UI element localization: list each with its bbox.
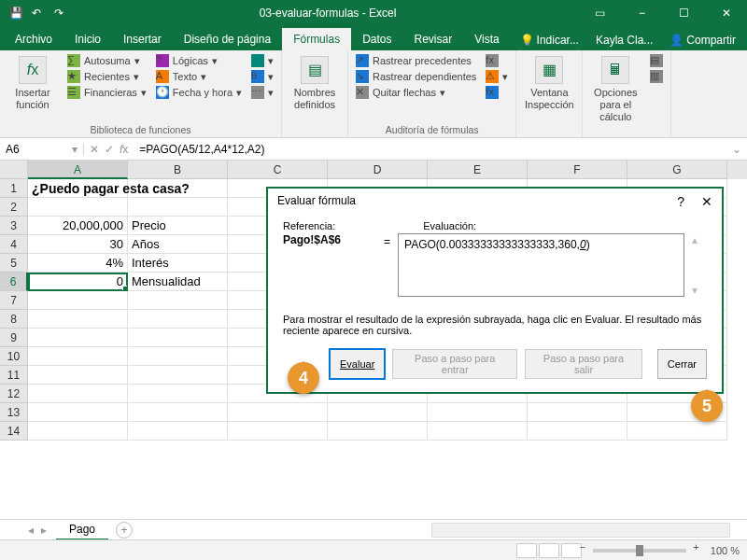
names-defined-button[interactable]: ▤ Nombres definidos [289, 54, 340, 133]
row-header[interactable]: 8 [0, 310, 28, 329]
tab-datos[interactable]: Datos [351, 28, 402, 50]
date-button[interactable]: 🕐Fecha y hora ▾ [156, 86, 242, 99]
formula-input[interactable]: =PAGO(A5/12,A4*12,A2) [134, 143, 726, 156]
eval-scrollbar[interactable]: ▴▾ [692, 233, 707, 297]
tab-formulas[interactable]: Fórmulas [282, 28, 351, 50]
tab-insertar[interactable]: Insertar [112, 28, 173, 50]
step-out-button: Paso a paso para salir [525, 349, 642, 379]
page-break-view-icon[interactable] [561, 543, 582, 558]
save-icon[interactable]: 💾 [9, 7, 22, 20]
cell[interactable]: 4% [28, 254, 128, 273]
more-button[interactable]: ⋯▾ [251, 86, 274, 99]
sheet-tab[interactable]: Pago [56, 520, 108, 540]
row-header[interactable]: 11 [0, 366, 28, 385]
new-sheet-button[interactable]: + [116, 522, 133, 539]
autosum-button[interactable]: ∑Autosuma ▾ [67, 54, 147, 67]
minimize-icon[interactable]: − [621, 0, 663, 26]
maximize-icon[interactable]: ☐ [663, 0, 705, 26]
ribbon-tabs: Archivo Inicio Insertar Diseño de página… [0, 26, 747, 50]
row-header[interactable]: 1 [0, 179, 28, 198]
close-button[interactable]: Cerrar [657, 349, 707, 379]
undo-icon[interactable]: ↶ [32, 7, 45, 20]
col-header-c[interactable]: C [228, 161, 328, 179]
cell-selected[interactable]: 0 [28, 273, 128, 291]
col-header-d[interactable]: D [328, 161, 428, 179]
trace-dependents-button[interactable]: ↘Rastrear dependientes [356, 70, 476, 83]
insert-function-button[interactable]: fx Insertar función [7, 54, 58, 122]
select-all-button[interactable] [0, 161, 28, 179]
group-label-audit: Auditoría de fórmulas [356, 122, 508, 135]
col-header-a[interactable]: A [28, 161, 128, 179]
horizontal-scrollbar[interactable] [431, 523, 730, 538]
row-header[interactable]: 5 [0, 254, 28, 273]
recent-button[interactable]: ★Recientes ▾ [67, 70, 147, 83]
callout-5: 5 [691, 390, 723, 422]
calc-sheet-button[interactable]: ▥ [650, 70, 663, 83]
cell[interactable]: Interés [128, 254, 228, 273]
evaluate-formula-button[interactable]: fx [486, 86, 508, 99]
cancel-formula-icon[interactable]: ✕ [90, 143, 99, 156]
enter-formula-icon[interactable]: ✓ [105, 143, 114, 156]
tab-vista[interactable]: Vista [463, 28, 510, 50]
cell[interactable]: 20,000,000 [28, 217, 128, 235]
dialog-help-icon[interactable]: ? [677, 194, 684, 209]
reference-value: Pago!$A$6 [283, 233, 376, 246]
sheet-prev-icon[interactable]: ◂ [28, 524, 34, 537]
cell[interactable]: Precio [128, 217, 228, 235]
close-icon[interactable]: ✕ [705, 0, 747, 26]
normal-view-icon[interactable] [516, 543, 537, 558]
cell[interactable]: 30 [28, 235, 128, 254]
row-header[interactable]: 7 [0, 291, 28, 310]
formula-bar: A6▾ ✕ ✓ fx =PAGO(A5/12,A4*12,A2) ⌄ [0, 138, 747, 161]
financial-button[interactable]: ☰Financieras ▾ [67, 86, 147, 99]
share-button[interactable]: 👤Compartir [664, 30, 741, 50]
row-header[interactable]: 2 [0, 198, 28, 217]
lookup-button[interactable]: ▾ [251, 54, 274, 67]
dialog-close-icon[interactable]: ✕ [701, 194, 712, 209]
tab-revisar[interactable]: Revisar [403, 28, 464, 50]
col-header-b[interactable]: B [128, 161, 228, 179]
tab-inicio[interactable]: Inicio [63, 28, 112, 50]
sheet-next-icon[interactable]: ▸ [41, 524, 47, 537]
show-formulas-button[interactable]: fx [486, 54, 508, 67]
zoom-slider[interactable] [593, 549, 686, 553]
cell[interactable]: Mensualidad [128, 273, 228, 291]
row-header[interactable]: 13 [0, 403, 28, 422]
row-header[interactable]: 3 [0, 217, 28, 235]
tell-me[interactable]: 💡Indicar... [514, 30, 585, 50]
row-header[interactable]: 14 [0, 422, 28, 441]
page-layout-view-icon[interactable] [539, 543, 559, 558]
watch-window-button[interactable]: ▦ Ventana Inspección [524, 54, 574, 133]
cell[interactable]: Años [128, 235, 228, 254]
error-check-button[interactable]: ⚠▾ [486, 70, 508, 83]
tab-archivo[interactable]: Archivo [4, 28, 63, 50]
step-in-button: Paso a paso para entrar [392, 349, 517, 379]
row-header[interactable]: 10 [0, 347, 28, 366]
row-header[interactable]: 12 [0, 385, 28, 403]
calc-options-button[interactable]: 🖩 Opciones para el cálculo [590, 54, 641, 133]
tab-diseno[interactable]: Diseño de página [173, 28, 282, 50]
text-button[interactable]: ATexto ▾ [156, 70, 242, 83]
user-account[interactable]: Kayla Cla... [590, 30, 658, 50]
redo-icon[interactable]: ↷ [54, 7, 67, 20]
logical-button[interactable]: ?Lógicas ▾ [156, 54, 242, 67]
math-button[interactable]: θ▾ [251, 70, 274, 83]
fx-insert-icon[interactable]: fx [120, 143, 128, 156]
expand-formula-icon[interactable]: ⌄ [726, 143, 747, 156]
calc-icon: 🖩 [601, 56, 629, 84]
col-header-g[interactable]: G [627, 161, 727, 179]
equals-sign: = [384, 233, 390, 248]
row-header[interactable]: 4 [0, 235, 28, 254]
row-header[interactable]: 6 [0, 273, 28, 291]
cell[interactable]: ¿Puedo pagar esta casa? [28, 179, 128, 198]
row-header[interactable]: 9 [0, 329, 28, 347]
trace-precedents-button[interactable]: ↗Rastrear precedentes [356, 54, 476, 67]
calc-now-button[interactable]: ▤ [650, 54, 663, 67]
zoom-level[interactable]: 100 % [711, 545, 740, 556]
evaluate-button[interactable]: Evaluar [330, 349, 385, 379]
remove-arrows-button[interactable]: ✕Quitar flechas ▾ [356, 86, 476, 99]
ribbon-options-icon[interactable]: ▭ [579, 0, 621, 26]
col-header-e[interactable]: E [428, 161, 528, 179]
col-header-f[interactable]: F [528, 161, 627, 179]
name-box[interactable]: A6▾ [0, 143, 84, 156]
